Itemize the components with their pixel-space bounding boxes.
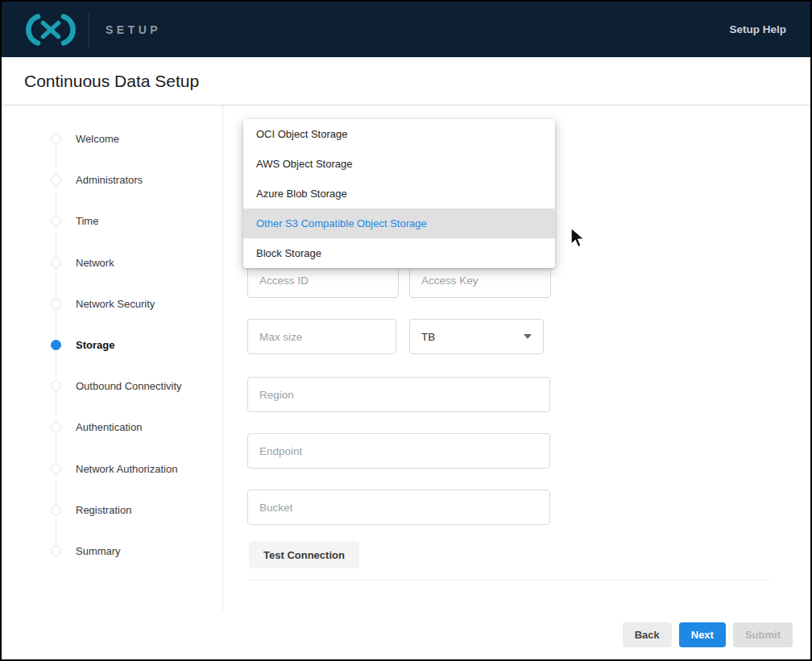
menu-item-aws-object-storage[interactable]: AWS Object Storage <box>243 149 555 179</box>
storage-step-content: TB Test Connection OCI Object Storage AW… <box>223 105 810 610</box>
sidebar-item-welcome[interactable]: Welcome <box>2 118 222 159</box>
sidebar-item-time[interactable]: Time <box>2 200 222 242</box>
brand-divider <box>89 13 89 47</box>
wizard-body: Welcome Administrators Time Network Netw… <box>2 105 810 610</box>
page-title: Continuous Data Setup <box>24 72 199 91</box>
step-circle-icon <box>51 258 61 268</box>
step-circle-icon-active <box>51 340 61 350</box>
step-label: Network Authorization <box>76 463 177 475</box>
sidebar-item-registration[interactable]: Registration <box>2 490 222 531</box>
stepper-sidebar: Welcome Administrators Time Network Netw… <box>2 105 223 610</box>
region-input[interactable] <box>247 377 550 412</box>
size-unit-select[interactable]: TB <box>409 319 544 354</box>
step-label: Network <box>76 257 114 269</box>
step-label: Time <box>76 215 98 227</box>
menu-item-oci-object-storage[interactable]: OCI Object Storage <box>243 119 555 149</box>
step-circle-icon <box>51 546 61 556</box>
bucket-input[interactable] <box>247 490 550 525</box>
title-bar: Continuous Data Setup <box>2 57 810 105</box>
stepper-list: Welcome Administrators Time Network Netw… <box>2 105 222 572</box>
next-button[interactable]: Next <box>679 622 726 647</box>
endpoint-input[interactable] <box>247 433 550 469</box>
menu-item-block-storage[interactable]: Block Storage <box>243 238 555 268</box>
delphix-logo-icon <box>24 12 77 48</box>
step-circle-icon <box>51 464 61 474</box>
step-circle-icon <box>51 505 61 515</box>
sidebar-item-network-authorization[interactable]: Network Authorization <box>2 448 222 490</box>
step-label: Authentication <box>76 421 142 433</box>
max-size-input[interactable] <box>247 319 396 354</box>
step-circle-icon <box>51 381 61 391</box>
sidebar-item-administrators[interactable]: Administrators <box>2 159 222 200</box>
step-label: Summary <box>76 545 121 557</box>
step-circle-icon <box>51 299 61 309</box>
sidebar-item-network-security[interactable]: Network Security <box>2 283 222 324</box>
sidebar-item-storage[interactable]: Storage <box>2 324 222 366</box>
sidebar-item-summary[interactable]: Summary <box>2 531 222 572</box>
back-button[interactable]: Back <box>623 622 672 647</box>
step-label: Administrators <box>76 174 143 186</box>
sidebar-item-outbound-connectivity[interactable]: Outbound Connectivity <box>2 366 222 407</box>
setup-help-link[interactable]: Setup Help <box>729 23 786 35</box>
chevron-down-icon <box>524 334 532 339</box>
top-app-bar: SETUP Setup Help <box>2 2 810 57</box>
storage-type-dropdown-menu: OCI Object Storage AWS Object Storage Az… <box>243 119 555 268</box>
setup-wizard-window: SETUP Setup Help Continuous Data Setup W… <box>0 0 812 661</box>
step-circle-icon <box>51 216 61 226</box>
brand-setup-label: SETUP <box>106 23 161 36</box>
submit-button[interactable]: Submit <box>733 622 793 647</box>
test-connection-button[interactable]: Test Connection <box>249 541 359 568</box>
step-label: Network Security <box>76 298 155 310</box>
wizard-footer: Back Next Submit <box>2 610 810 659</box>
menu-item-other-s3-compatible-object-storage[interactable]: Other S3 Compatible Object Storage <box>243 209 555 238</box>
step-label: Storage <box>76 339 114 351</box>
size-unit-value: TB <box>421 331 435 343</box>
step-label: Registration <box>76 504 131 516</box>
content-divider <box>247 580 772 580</box>
step-circle-icon <box>51 175 61 185</box>
step-circle-icon <box>51 134 61 144</box>
sidebar-item-network[interactable]: Network <box>2 242 222 283</box>
step-circle-icon <box>51 422 61 432</box>
step-label: Welcome <box>76 133 119 145</box>
sidebar-item-authentication[interactable]: Authentication <box>2 407 222 448</box>
step-label: Outbound Connectivity <box>76 380 182 392</box>
menu-item-azure-blob-storage[interactable]: Azure Blob Storage <box>243 179 555 209</box>
